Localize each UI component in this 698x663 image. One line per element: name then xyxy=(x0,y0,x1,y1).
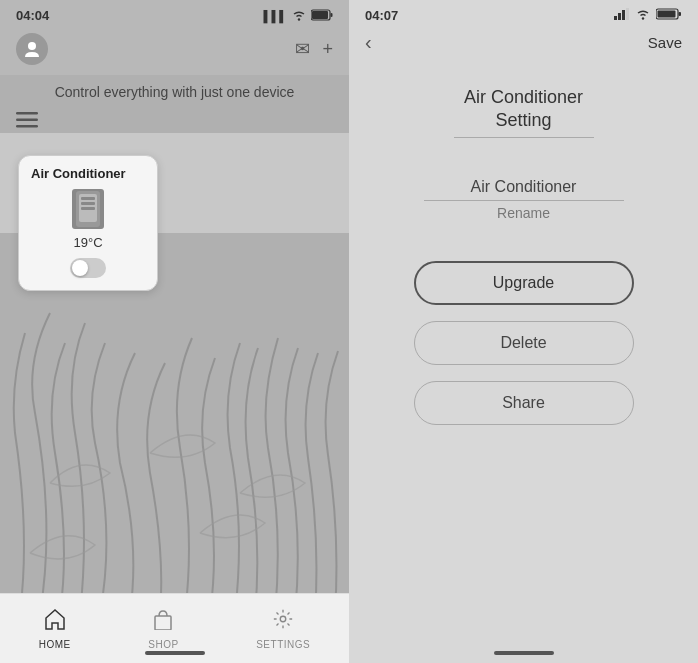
svg-rect-2 xyxy=(312,11,328,19)
hamburger-menu[interactable] xyxy=(16,112,38,133)
title-underline xyxy=(454,137,594,139)
banner-text: Control everything with just one device xyxy=(55,84,295,100)
header-actions: ✉ + xyxy=(295,38,333,60)
device-name-underline xyxy=(424,200,624,201)
svg-rect-14 xyxy=(155,616,171,630)
toggle-thumb xyxy=(72,260,88,276)
time-left: 04:04 xyxy=(16,8,49,23)
banner: Control everything with just one device xyxy=(0,75,349,133)
device-card-title: Air Conditioner xyxy=(31,166,145,181)
header-right: ‹ Save xyxy=(349,27,698,66)
svg-rect-7 xyxy=(16,125,38,128)
status-icons-right xyxy=(614,8,682,23)
home-indicator-right xyxy=(494,651,554,655)
upgrade-button[interactable]: Upgrade xyxy=(414,261,634,305)
svg-point-20 xyxy=(642,17,644,19)
header-left: ✉ + xyxy=(0,27,349,75)
svg-rect-22 xyxy=(658,11,676,18)
signal-icon-right xyxy=(614,8,630,23)
rename-label[interactable]: Rename xyxy=(349,205,698,221)
ac-icon xyxy=(72,189,104,229)
svg-point-4 xyxy=(28,42,36,50)
svg-rect-3 xyxy=(331,13,333,17)
tab-shop[interactable]: SHOP xyxy=(148,608,178,650)
ac-icon-container xyxy=(31,189,145,229)
tab-settings[interactable]: SETTINGS xyxy=(256,608,310,650)
home-icon xyxy=(43,608,67,636)
battery-icon-right xyxy=(656,8,682,23)
wifi-icon xyxy=(291,9,307,23)
svg-rect-6 xyxy=(16,119,38,122)
mail-icon[interactable]: ✉ xyxy=(295,38,310,60)
add-icon[interactable]: + xyxy=(322,39,333,60)
tab-shop-label: SHOP xyxy=(148,639,178,650)
tab-home-label: HOME xyxy=(39,639,71,650)
svg-rect-12 xyxy=(81,202,95,205)
tab-settings-label: SETTINGS xyxy=(256,639,310,650)
svg-point-15 xyxy=(280,616,286,622)
svg-rect-16 xyxy=(614,16,617,20)
back-button[interactable]: ‹ xyxy=(365,31,372,54)
status-bar-right: 04:07 xyxy=(349,0,698,27)
svg-rect-17 xyxy=(618,13,621,20)
status-icons-left: ▌▌▌ xyxy=(264,9,333,23)
svg-rect-5 xyxy=(16,112,38,115)
settings-title: Air ConditionerSetting xyxy=(349,86,698,133)
svg-rect-23 xyxy=(679,12,682,16)
device-name-field[interactable]: Air Conditioner xyxy=(349,178,698,196)
battery-icon xyxy=(311,9,333,23)
svg-point-0 xyxy=(298,18,300,20)
delete-button[interactable]: Delete xyxy=(414,321,634,365)
avatar[interactable] xyxy=(16,33,48,65)
status-bar-left: 04:04 ▌▌▌ xyxy=(0,0,349,27)
svg-rect-18 xyxy=(622,10,625,20)
home-indicator-left xyxy=(145,651,205,655)
left-screen: 04:04 ▌▌▌ ✉ + Control everything with ju… xyxy=(0,0,349,663)
svg-rect-19 xyxy=(626,8,629,20)
svg-rect-11 xyxy=(81,197,95,200)
settings-icon xyxy=(271,608,295,636)
signal-icon: ▌▌▌ xyxy=(264,10,287,22)
svg-rect-13 xyxy=(81,207,95,210)
save-button[interactable]: Save xyxy=(648,34,682,51)
right-screen: 04:07 ‹ Save Air ConditionerSetting Air … xyxy=(349,0,698,663)
temperature-display: 19°C xyxy=(31,235,145,250)
share-button[interactable]: Share xyxy=(414,381,634,425)
action-buttons: Upgrade Delete Share xyxy=(349,261,698,425)
toggle-track[interactable] xyxy=(70,258,106,278)
device-card[interactable]: Air Conditioner 19°C xyxy=(18,155,158,291)
time-right: 04:07 xyxy=(365,8,398,23)
tab-home[interactable]: HOME xyxy=(39,608,71,650)
wifi-icon-right xyxy=(635,8,651,23)
power-toggle[interactable] xyxy=(31,258,145,278)
shop-icon xyxy=(151,608,175,636)
